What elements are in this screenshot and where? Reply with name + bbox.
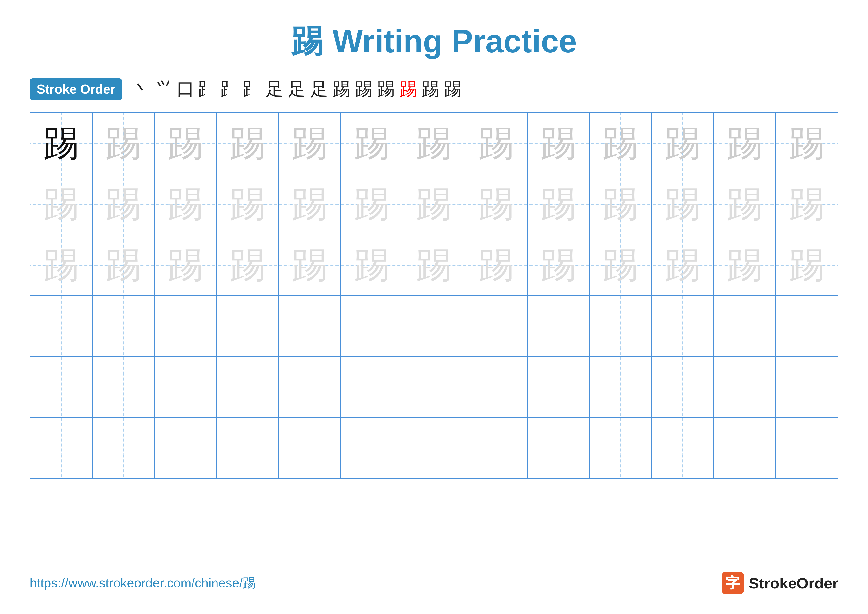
grid-cell-2-12[interactable]: 踢 xyxy=(776,235,838,296)
grid-cell-0-7[interactable]: 踢 xyxy=(465,113,527,174)
grid-cell-2-0[interactable]: 踢 xyxy=(30,235,92,296)
grid-char: 踢 xyxy=(292,126,328,162)
grid-cell-0-0[interactable]: 踢 xyxy=(30,113,92,174)
grid-cell-5-1[interactable] xyxy=(92,418,154,479)
logo-icon: 字 xyxy=(722,572,744,594)
grid-cell-4-11[interactable] xyxy=(714,357,776,418)
grid-char: 踢 xyxy=(603,126,639,162)
grid-cell-0-10[interactable]: 踢 xyxy=(651,113,714,174)
grid-cell-5-0[interactable] xyxy=(30,418,92,479)
grid-cell-4-10[interactable] xyxy=(651,357,714,418)
grid-cell-2-8[interactable]: 踢 xyxy=(527,235,589,296)
grid-cell-2-5[interactable]: 踢 xyxy=(341,235,403,296)
grid-cell-5-7[interactable] xyxy=(465,418,527,479)
grid-char: 踢 xyxy=(727,247,763,283)
grid-cell-2-1[interactable]: 踢 xyxy=(92,235,154,296)
grid-cell-5-8[interactable] xyxy=(527,418,589,479)
grid-cell-4-6[interactable] xyxy=(403,357,465,418)
grid-cell-5-3[interactable] xyxy=(217,418,279,479)
grid-cell-5-12[interactable] xyxy=(776,418,838,479)
grid-cell-5-10[interactable] xyxy=(651,418,714,479)
grid-cell-1-9[interactable]: 踢 xyxy=(589,174,651,235)
grid-cell-2-10[interactable]: 踢 xyxy=(651,235,714,296)
grid-cell-3-10[interactable] xyxy=(651,296,714,357)
grid-cell-3-1[interactable] xyxy=(92,296,154,357)
grid-cell-5-5[interactable] xyxy=(341,418,403,479)
grid-cell-1-4[interactable]: 踢 xyxy=(279,174,341,235)
footer: https://www.strokeorder.com/chinese/踢 字 … xyxy=(30,572,838,594)
grid-char: 踢 xyxy=(416,247,452,283)
grid-cell-1-12[interactable]: 踢 xyxy=(776,174,838,235)
grid-cell-5-4[interactable] xyxy=(279,418,341,479)
grid-cell-1-5[interactable]: 踢 xyxy=(341,174,403,235)
grid-char: 踢 xyxy=(354,187,390,222)
stroke-sequence: 丶⺍口⻊⻊⻊足足足踢踢踢踢踢踢 xyxy=(132,80,462,98)
grid-cell-0-11[interactable]: 踢 xyxy=(714,113,776,174)
grid-cell-3-7[interactable] xyxy=(465,296,527,357)
grid-cell-2-11[interactable]: 踢 xyxy=(714,235,776,296)
grid-cell-3-3[interactable] xyxy=(217,296,279,357)
grid-cell-1-8[interactable]: 踢 xyxy=(527,174,589,235)
grid-cell-4-8[interactable] xyxy=(527,357,589,418)
grid-cell-0-8[interactable]: 踢 xyxy=(527,113,589,174)
grid-cell-2-9[interactable]: 踢 xyxy=(589,235,651,296)
grid-cell-5-2[interactable] xyxy=(154,418,217,479)
footer-url[interactable]: https://www.strokeorder.com/chinese/踢 xyxy=(30,574,256,592)
grid-char: 踢 xyxy=(665,126,701,162)
grid-cell-3-4[interactable] xyxy=(279,296,341,357)
grid-cell-0-1[interactable]: 踢 xyxy=(92,113,154,174)
grid-char: 踢 xyxy=(478,187,514,222)
grid-cell-1-3[interactable]: 踢 xyxy=(217,174,279,235)
grid-cell-1-6[interactable]: 踢 xyxy=(403,174,465,235)
grid-cell-5-6[interactable] xyxy=(403,418,465,479)
grid-char: 踢 xyxy=(43,187,79,222)
stroke-step-7: 足 xyxy=(288,80,306,98)
grid-cell-4-3[interactable] xyxy=(217,357,279,418)
grid-cell-2-3[interactable]: 踢 xyxy=(217,235,279,296)
grid-cell-0-12[interactable]: 踢 xyxy=(776,113,838,174)
grid-cell-3-6[interactable] xyxy=(403,296,465,357)
grid-cell-5-9[interactable] xyxy=(589,418,651,479)
grid-cell-1-2[interactable]: 踢 xyxy=(154,174,217,235)
grid-cell-4-9[interactable] xyxy=(589,357,651,418)
grid-cell-0-5[interactable]: 踢 xyxy=(341,113,403,174)
grid-cell-3-5[interactable] xyxy=(341,296,403,357)
stroke-step-14: 踢 xyxy=(444,80,462,98)
grid-cell-4-2[interactable] xyxy=(154,357,217,418)
grid-char: 踢 xyxy=(354,247,390,283)
grid-cell-3-2[interactable] xyxy=(154,296,217,357)
grid-cell-5-11[interactable] xyxy=(714,418,776,479)
grid-cell-0-6[interactable]: 踢 xyxy=(403,113,465,174)
grid-cell-2-7[interactable]: 踢 xyxy=(465,235,527,296)
grid-cell-2-2[interactable]: 踢 xyxy=(154,235,217,296)
grid-cell-1-0[interactable]: 踢 xyxy=(30,174,92,235)
grid-cell-4-0[interactable] xyxy=(30,357,92,418)
grid-cell-1-10[interactable]: 踢 xyxy=(651,174,714,235)
grid-cell-0-3[interactable]: 踢 xyxy=(217,113,279,174)
grid-char: 踢 xyxy=(105,126,141,162)
grid-cell-0-2[interactable]: 踢 xyxy=(154,113,217,174)
grid-cell-2-6[interactable]: 踢 xyxy=(403,235,465,296)
grid-cell-4-1[interactable] xyxy=(92,357,154,418)
grid-char: 踢 xyxy=(416,126,452,162)
grid-cell-0-4[interactable]: 踢 xyxy=(279,113,341,174)
grid-cell-3-12[interactable] xyxy=(776,296,838,357)
grid-cell-3-0[interactable] xyxy=(30,296,92,357)
footer-logo: 字 StrokeOrder xyxy=(722,572,838,594)
grid-cell-1-11[interactable]: 踢 xyxy=(714,174,776,235)
grid-cell-4-5[interactable] xyxy=(341,357,403,418)
stroke-step-2: 口 xyxy=(177,80,194,98)
grid-char: 踢 xyxy=(603,247,639,283)
grid-cell-1-1[interactable]: 踢 xyxy=(92,174,154,235)
stroke-step-5: ⻊ xyxy=(243,80,261,98)
grid-cell-2-4[interactable]: 踢 xyxy=(279,235,341,296)
grid-cell-0-9[interactable]: 踢 xyxy=(589,113,651,174)
grid-cell-4-4[interactable] xyxy=(279,357,341,418)
grid-char: 踢 xyxy=(665,187,701,222)
grid-cell-4-7[interactable] xyxy=(465,357,527,418)
grid-cell-1-7[interactable]: 踢 xyxy=(465,174,527,235)
grid-cell-4-12[interactable] xyxy=(776,357,838,418)
grid-cell-3-8[interactable] xyxy=(527,296,589,357)
grid-cell-3-11[interactable] xyxy=(714,296,776,357)
grid-cell-3-9[interactable] xyxy=(589,296,651,357)
